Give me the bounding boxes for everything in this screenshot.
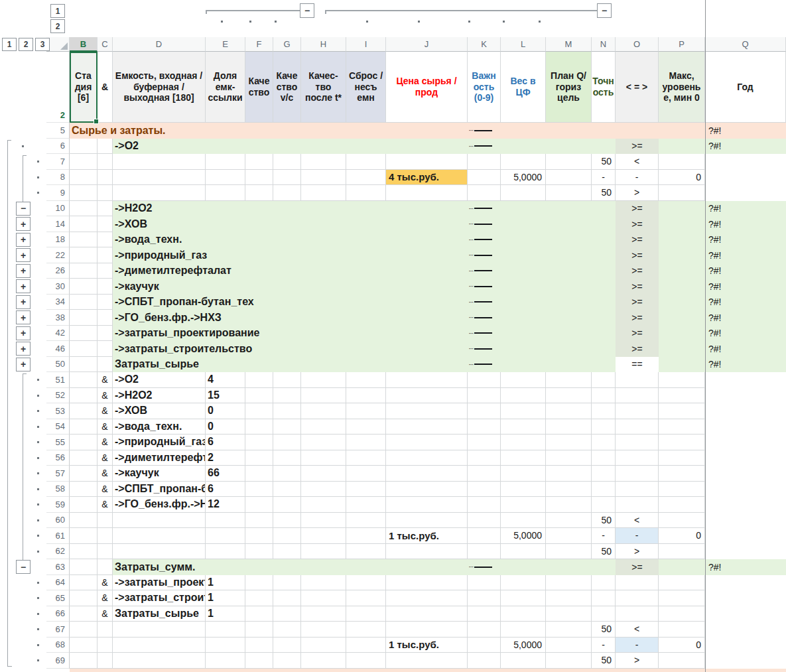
cell-K30[interactable]: ··· (468, 279, 501, 295)
cell-K59[interactable] (468, 497, 501, 513)
cell-M30[interactable] (546, 279, 592, 295)
cell-D68[interactable] (113, 638, 206, 653)
cell-K50[interactable]: ··· (468, 357, 501, 373)
cell-C51[interactable]: & (98, 372, 113, 388)
cell-J46[interactable] (386, 341, 468, 357)
cell-O34[interactable]: >= (616, 295, 659, 310)
cell-J18[interactable] (386, 232, 468, 248)
cell-E67[interactable] (206, 622, 245, 638)
cell-P66[interactable] (659, 606, 705, 622)
cell-Q51[interactable] (705, 372, 786, 388)
cell-N53[interactable] (592, 403, 616, 419)
cell-J38[interactable] (386, 310, 468, 326)
cell-N59[interactable] (592, 497, 616, 513)
cell-E64[interactable]: 1 (206, 575, 245, 591)
cell-E57[interactable]: 66 (206, 466, 245, 482)
cell-B59[interactable] (70, 497, 98, 513)
cell-H56[interactable] (301, 450, 346, 466)
cell-J10[interactable] (386, 201, 468, 217)
cell-I58[interactable] (346, 482, 386, 498)
cell-F56[interactable] (245, 450, 273, 466)
cell-B56[interactable] (70, 450, 98, 466)
cell-L68[interactable]: 5,0000 (501, 638, 546, 653)
cell-K9[interactable] (468, 185, 501, 201)
header-cell-D[interactable]: Емкость, входная / буферная / выходная [… (113, 52, 206, 123)
cell-M5[interactable] (546, 123, 592, 139)
cell-D60[interactable] (113, 513, 206, 529)
row-number-18[interactable]: 18 (46, 232, 70, 248)
cell-I8[interactable] (346, 170, 386, 186)
cell-L46[interactable] (501, 341, 546, 357)
row-number-59[interactable]: 59 (46, 497, 70, 513)
cell-E7[interactable] (206, 154, 245, 170)
row-number-2[interactable]: 2 (46, 52, 70, 123)
cell-C18[interactable] (98, 232, 113, 248)
collapse-button-cols-0[interactable]: − (300, 3, 314, 18)
cell-D55[interactable]: ->природный_газ (113, 435, 206, 450)
row-number-53[interactable]: 53 (46, 403, 70, 419)
cell-H8[interactable] (301, 170, 346, 186)
cell-I67[interactable] (346, 622, 386, 638)
cell-N63[interactable] (592, 559, 616, 575)
cell-J65[interactable] (386, 590, 468, 606)
cell-O5[interactable] (616, 123, 659, 139)
cell-O60[interactable]: < (616, 513, 659, 529)
cell-Q53[interactable] (705, 403, 786, 419)
cell-P34[interactable] (659, 295, 705, 310)
cell-G62[interactable] (273, 544, 301, 560)
cell-M42[interactable] (546, 326, 592, 342)
row-number-46[interactable]: 46 (46, 341, 70, 357)
cell-N38[interactable] (592, 310, 616, 326)
cell-E59[interactable]: 12 (206, 497, 245, 513)
cell-J62[interactable] (386, 544, 468, 560)
cell-F53[interactable] (245, 403, 273, 419)
cell-K7[interactable] (468, 154, 501, 170)
cell-F8[interactable] (245, 170, 273, 186)
cell-I68[interactable] (346, 638, 386, 653)
cell-P6[interactable] (659, 139, 705, 155)
cell-P30[interactable] (659, 279, 705, 295)
cell-O53[interactable] (616, 403, 659, 419)
cell-Q10[interactable]: ?#! (705, 201, 786, 217)
cell-B30[interactable] (70, 279, 98, 295)
cell-L5[interactable] (501, 123, 546, 139)
row-outline-level-3-button[interactable]: 3 (35, 38, 50, 51)
cell-F66[interactable] (245, 606, 273, 622)
cell-I62[interactable] (346, 544, 386, 560)
cell-G64[interactable] (273, 575, 301, 591)
row-number-60[interactable]: 60 (46, 513, 70, 529)
cell-Q59[interactable] (705, 497, 786, 513)
cell-Q7[interactable] (705, 154, 786, 170)
cell-H61[interactable] (301, 528, 346, 544)
row-number-69[interactable]: 69 (46, 653, 70, 669)
cell-G8[interactable] (273, 170, 301, 186)
cell-M62[interactable] (546, 544, 592, 560)
cell-F68[interactable] (245, 638, 273, 653)
cell-P54[interactable] (659, 419, 705, 435)
cell-C52[interactable]: & (98, 388, 113, 404)
cell-N51[interactable] (592, 372, 616, 388)
cell-B9[interactable] (70, 185, 98, 201)
cell-H59[interactable] (301, 497, 346, 513)
cell-N56[interactable] (592, 450, 616, 466)
cell-H55[interactable] (301, 435, 346, 450)
cell-O58[interactable] (616, 482, 659, 498)
cell-H66[interactable] (301, 606, 346, 622)
cell-D56[interactable]: ->диметилтерефталат (113, 450, 206, 466)
cell-J66[interactable] (386, 606, 468, 622)
cell-M53[interactable] (546, 403, 592, 419)
cell-N18[interactable] (592, 232, 616, 248)
cell-K69[interactable] (468, 653, 501, 669)
column-letter-B[interactable]: B (70, 37, 98, 52)
cell-H60[interactable] (301, 513, 346, 529)
header-cell-I[interactable]: Сброс /несъ емн (346, 52, 386, 123)
cell-G65[interactable] (273, 590, 301, 606)
cell-J34[interactable] (386, 295, 468, 310)
cell-L50[interactable] (501, 357, 546, 373)
cell-Q67[interactable] (705, 622, 786, 638)
cell-M18[interactable] (546, 232, 592, 248)
column-letter-E[interactable]: E (206, 37, 245, 52)
cell-M54[interactable] (546, 419, 592, 435)
cell-B18[interactable] (70, 232, 98, 248)
column-letter-O[interactable]: O (616, 37, 659, 52)
